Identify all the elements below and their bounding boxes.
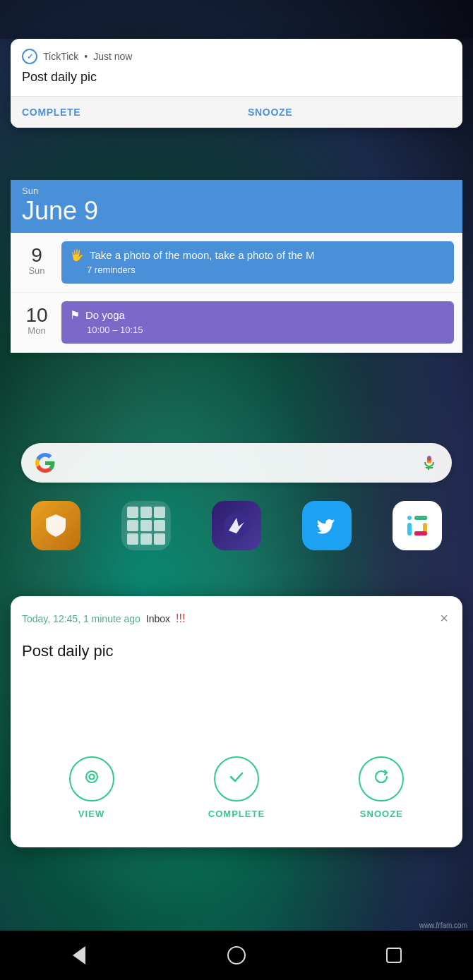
ticktick-app-icon [22, 49, 37, 64]
grid-app-icon[interactable] [121, 501, 171, 550]
grid-cell [154, 507, 165, 518]
grid-cell [127, 507, 138, 518]
google-g-icon [35, 453, 55, 473]
calendar-event-title-2: Do yoga [85, 309, 125, 321]
snooze-action-label: SNOOZE [360, 809, 403, 819]
notification-top-header: TickTick • Just now [11, 39, 462, 70]
snooze-icon [371, 767, 391, 792]
snooze-action-circle [359, 756, 404, 801]
notification-bottom-meta: Today, 12:45, 1 minute ago Inbox !!! [22, 612, 437, 625]
app-dock [11, 501, 462, 550]
calendar-event-1[interactable]: 🖐 Take a photo of the moon, take a photo… [61, 241, 454, 284]
recents-icon [386, 948, 402, 963]
calendar-widget: Sun June 9 9 Sun 🖐 Take a photo of the m… [11, 180, 462, 353]
calendar-body: 9 Sun 🖐 Take a photo of the moon, take a… [11, 233, 462, 353]
notification-bottom-inbox: Inbox [146, 613, 170, 624]
notification-bottom-priority: !!! [176, 612, 185, 625]
close-button[interactable]: × [437, 607, 451, 629]
complete-action-label: COMPLETE [208, 809, 265, 819]
check-icon [227, 767, 246, 792]
watermark: www.frfam.com [419, 921, 467, 929]
calendar-event-title-row-2: ⚑ Do yoga [70, 308, 445, 322]
notification-top-separator: • [84, 51, 88, 62]
view-action-button[interactable]: VIEW [69, 756, 114, 819]
calendar-date-num-1: 9 [31, 246, 42, 265]
svg-rect-0 [427, 456, 431, 464]
complete-action-button[interactable]: COMPLETE [208, 756, 265, 819]
calendar-date-col-2: 10 Mon [19, 301, 54, 336]
calendar-date-num-2: 10 [25, 306, 47, 325]
calendar-date-dow-1: Sun [28, 265, 44, 276]
svg-rect-7 [423, 516, 427, 520]
calendar-event-icon-2: ⚑ [70, 308, 80, 322]
calendar-header-day: Sun [22, 186, 451, 196]
notification-bottom-card: Today, 12:45, 1 minute ago Inbox !!! × P… [11, 596, 462, 847]
view-action-label: VIEW [78, 809, 104, 819]
notification-bottom-body [11, 672, 462, 742]
calendar-event-2[interactable]: ⚑ Do yoga 10:00 – 10:15 [61, 301, 454, 344]
google-search-bar[interactable] [21, 443, 452, 483]
google-logo [34, 452, 56, 474]
navigation-bar [0, 931, 473, 980]
grid-cell [140, 520, 152, 531]
back-button[interactable] [65, 941, 93, 969]
calendar-header: Sun June 9 [11, 180, 462, 233]
calendar-date-dow-2: Mon [28, 325, 45, 336]
view-icon [82, 767, 102, 792]
calendar-event-time-2: 10:00 – 10:15 [70, 325, 445, 335]
twitter-app-icon[interactable] [302, 501, 352, 550]
notification-top-time: Just now [93, 51, 132, 62]
svg-rect-11 [414, 531, 419, 536]
grid-cell [127, 533, 138, 545]
notification-bottom-actions: VIEW COMPLETE [11, 742, 462, 826]
status-bar [0, 0, 473, 39]
calendar-event-title-row-1: 🖐 Take a photo of the moon, take a photo… [70, 248, 445, 262]
notification-bottom-header: Today, 12:45, 1 minute ago Inbox !!! × [11, 596, 462, 636]
notification-top-snooze-button[interactable]: SNOOZE [236, 97, 462, 128]
svg-rect-4 [407, 523, 412, 536]
notification-top-actions: COMPLETE SNOOZE [11, 96, 462, 128]
notification-top-card: TickTick • Just now Post daily pic COMPL… [11, 39, 462, 128]
notification-top-app-name: TickTick [43, 51, 78, 62]
grid-cell [140, 507, 152, 518]
space-app-icon[interactable] [212, 501, 261, 550]
notification-top-title: Post daily pic [11, 70, 462, 96]
home-icon [227, 946, 246, 964]
svg-rect-5 [407, 516, 412, 520]
view-action-circle [69, 756, 114, 801]
grid-cell [140, 533, 152, 545]
back-icon [73, 946, 85, 964]
calendar-row-1[interactable]: 9 Sun 🖐 Take a photo of the moon, take a… [11, 233, 462, 293]
snooze-action-button[interactable]: SNOOZE [359, 756, 404, 819]
svg-point-12 [86, 771, 97, 782]
calendar-event-subtitle-1: 7 reminders [70, 265, 445, 275]
grid-cell [154, 533, 165, 545]
grid-cell [127, 520, 138, 531]
shield-app-icon[interactable] [31, 501, 80, 550]
notification-bottom-time: Today, 12:45, 1 minute ago [22, 613, 140, 624]
calendar-header-date: June 9 [22, 196, 451, 226]
calendar-event-icon-1: 🖐 [70, 248, 84, 262]
calendar-event-title-1: Take a photo of the moon, take a photo o… [90, 249, 315, 261]
svg-point-13 [89, 774, 94, 779]
grid-cell [154, 520, 165, 531]
home-button[interactable] [222, 941, 251, 969]
complete-action-circle [214, 756, 259, 801]
slack-app-icon[interactable] [393, 501, 442, 550]
calendar-row-2[interactable]: 10 Mon ⚑ Do yoga 10:00 – 10:15 [11, 293, 462, 353]
notification-top-complete-button[interactable]: COMPLETE [11, 97, 236, 128]
recents-button[interactable] [380, 941, 408, 969]
calendar-date-col-1: 9 Sun [19, 241, 54, 276]
microphone-icon[interactable] [419, 453, 439, 473]
notification-bottom-title: Post daily pic [11, 636, 462, 672]
